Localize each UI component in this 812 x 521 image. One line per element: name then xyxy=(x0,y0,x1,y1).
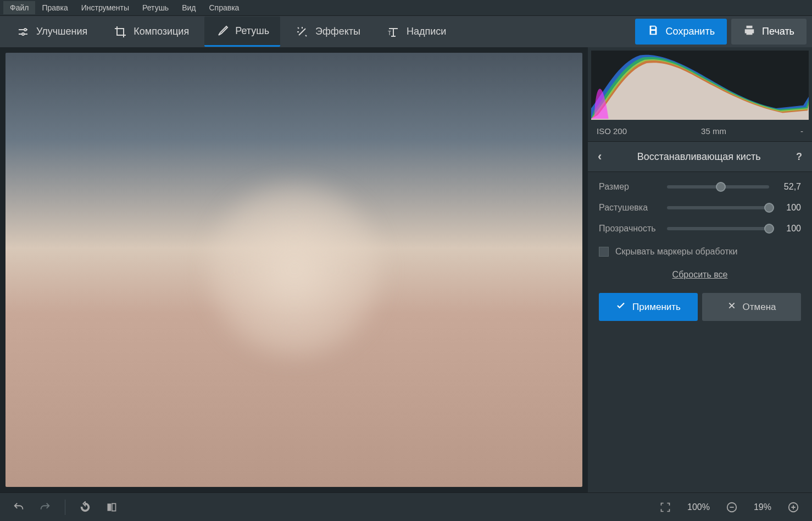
meta-aperture: - xyxy=(800,126,803,136)
undo-button[interactable] xyxy=(9,497,29,517)
cancel-button[interactable]: Отмена xyxy=(702,293,801,321)
slider-size-track[interactable] xyxy=(667,185,769,189)
image-metadata: ISO 200 35 mm - xyxy=(588,123,812,141)
slider-thumb[interactable] xyxy=(764,224,774,234)
main-toolbar: Улучшения Композиция Ретушь Эффекты T На… xyxy=(0,15,812,47)
print-icon xyxy=(743,24,755,39)
slider-value: 100 xyxy=(777,203,801,213)
menu-help[interactable]: Справка xyxy=(202,1,246,14)
reset-all-link[interactable]: Сбросить все xyxy=(599,268,801,282)
apply-button[interactable]: Применить xyxy=(599,293,698,321)
slider-label: Прозрачность xyxy=(599,224,659,234)
back-button[interactable]: ‹ xyxy=(598,149,602,164)
sliders-icon xyxy=(16,25,30,38)
tab-label: Улучшения xyxy=(36,26,87,37)
tool-panel-body: Размер 52,7 Растушевка 100 Прозрачность … xyxy=(588,172,812,331)
tab-effects[interactable]: Эффекты xyxy=(285,18,371,46)
tab-retouch[interactable]: Ретушь xyxy=(204,16,280,47)
zoom-out-button[interactable] xyxy=(722,497,742,517)
compare-button[interactable] xyxy=(102,497,121,517)
svg-point-0 xyxy=(24,29,26,31)
brush-icon xyxy=(215,24,229,37)
slider-value: 100 xyxy=(777,224,801,234)
menu-retouch[interactable]: Ретушь xyxy=(136,1,175,14)
canvas-area[interactable] xyxy=(0,47,588,492)
menubar: Файл Правка Инструменты Ретушь Вид Справ… xyxy=(0,0,812,15)
menu-file[interactable]: Файл xyxy=(3,1,35,14)
tool-panel-header: ‹ Восстанавливающая кисть ? xyxy=(588,141,812,172)
tab-label: Ретушь xyxy=(235,25,269,37)
tab-captions[interactable]: T Надписи xyxy=(376,18,457,46)
tab-label: Композиция xyxy=(134,26,189,37)
slider-size: Размер 52,7 xyxy=(599,182,801,192)
redo-button[interactable] xyxy=(35,497,55,517)
slider-thumb[interactable] xyxy=(764,203,774,213)
tab-label: Надписи xyxy=(407,26,446,37)
tab-label: Эффекты xyxy=(315,26,360,37)
text-icon: T xyxy=(387,25,400,38)
print-label: Печать xyxy=(762,26,794,37)
svg-rect-4 xyxy=(112,503,116,511)
crop-icon xyxy=(114,25,127,38)
svg-point-1 xyxy=(22,33,24,35)
wand-icon xyxy=(296,25,309,38)
meta-iso: ISO 200 xyxy=(597,126,627,136)
fit-screen-button[interactable] xyxy=(655,497,675,517)
edited-photo[interactable] xyxy=(5,53,582,487)
histogram-chart xyxy=(591,51,809,120)
fit-percent[interactable]: 100% xyxy=(682,502,715,512)
svg-text:T: T xyxy=(388,30,391,36)
save-label: Сохранить xyxy=(666,26,715,37)
slider-feather-track[interactable] xyxy=(667,206,769,209)
slider-label: Размер xyxy=(599,182,659,192)
meta-focal: 35 mm xyxy=(701,126,726,136)
right-sidebar: ISO 200 35 mm - ‹ Восстанавливающая кист… xyxy=(588,47,812,492)
hide-markers-row: Скрывать маркеры обработки xyxy=(599,245,801,257)
close-icon xyxy=(727,301,736,313)
slider-label: Растушевка xyxy=(599,203,659,213)
save-button[interactable]: Сохранить xyxy=(635,19,727,45)
save-icon xyxy=(647,24,659,39)
tab-composition[interactable]: Композиция xyxy=(103,18,200,46)
panel-title: Восстанавливающая кисть xyxy=(637,151,761,163)
cancel-label: Отмена xyxy=(743,302,776,313)
menu-view[interactable]: Вид xyxy=(175,1,202,14)
histogram[interactable] xyxy=(591,51,809,120)
svg-rect-3 xyxy=(108,503,112,511)
rotate-button[interactable] xyxy=(75,497,95,517)
menu-edit[interactable]: Правка xyxy=(35,1,74,14)
apply-label: Применить xyxy=(632,302,681,313)
hide-markers-checkbox[interactable] xyxy=(599,247,609,257)
menu-tools[interactable]: Инструменты xyxy=(75,1,136,14)
slider-feather: Растушевка 100 xyxy=(599,203,801,213)
slider-opacity: Прозрачность 100 xyxy=(599,224,801,234)
slider-value: 52,7 xyxy=(777,182,801,192)
zoom-in-button[interactable] xyxy=(783,497,803,517)
zoom-percent: 19% xyxy=(748,502,777,512)
print-button[interactable]: Печать xyxy=(731,19,807,45)
hide-markers-label: Скрывать маркеры обработки xyxy=(615,247,737,257)
bottom-toolbar: 100% 19% xyxy=(0,492,812,521)
tab-enhancements[interactable]: Улучшения xyxy=(5,18,98,46)
slider-thumb[interactable] xyxy=(716,182,726,192)
check-icon xyxy=(616,301,626,313)
slider-opacity-track[interactable] xyxy=(667,227,769,230)
help-button[interactable]: ? xyxy=(796,151,802,163)
